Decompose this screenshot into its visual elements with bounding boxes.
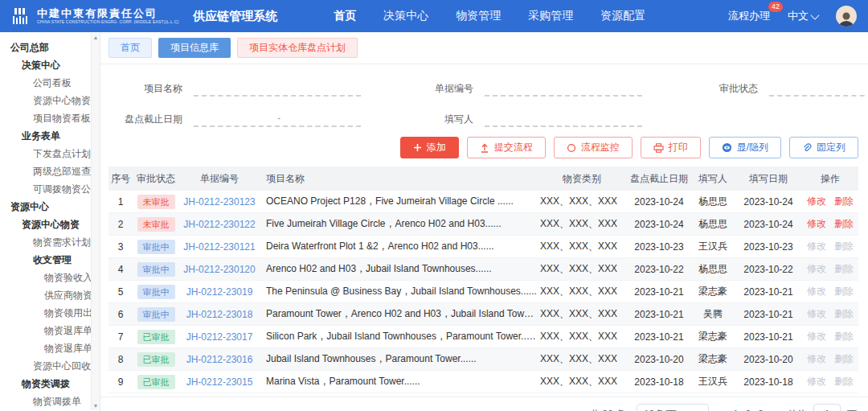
tab-project-library[interactable]: 项目信息库 bbox=[158, 38, 231, 58]
nav-item[interactable]: 资源配置 bbox=[600, 9, 645, 23]
writer-cell: 梁志豪 bbox=[691, 285, 735, 298]
edit-link[interactable]: 修改 bbox=[807, 376, 826, 387]
writer-cell: 杨思思 bbox=[691, 262, 735, 276]
writer-input[interactable] bbox=[485, 114, 642, 127]
row-index: 9 bbox=[108, 376, 133, 388]
sidebar-item[interactable]: 资源中心物资看板 bbox=[0, 92, 100, 109]
fixed-columns-button[interactable]: 固定列 bbox=[789, 137, 858, 158]
nav-item[interactable]: 决策中心 bbox=[383, 9, 428, 23]
table-row[interactable]: 6 审批中 JH-0212-23018 Paramount Tower，Aren… bbox=[108, 303, 858, 326]
sidebar-item[interactable]: 两级总部巡查记录 bbox=[0, 162, 100, 180]
print-button[interactable]: 打印 bbox=[641, 137, 701, 158]
sidebar-item[interactable]: 可调拨物资公示 bbox=[0, 180, 100, 198]
sidebar-item[interactable]: 物资领用出库单 bbox=[0, 304, 100, 322]
table-row[interactable]: 9 已审批 JH-0212-23015 Marina Vista，Paramou… bbox=[108, 371, 858, 393]
monitor-circle-icon bbox=[567, 143, 576, 153]
doc-number-link[interactable]: JH-0212-23018 bbox=[186, 309, 253, 320]
sidebar-item[interactable]: 项目物资看板 bbox=[0, 109, 100, 127]
edit-link[interactable]: 修改 bbox=[807, 240, 826, 252]
table-row[interactable]: 4 审批中 JH-0212-230120 Arenco H02 and H03，… bbox=[108, 258, 858, 281]
tab-warehouse-inventory-plan[interactable]: 项目实体仓库盘点计划 bbox=[237, 38, 358, 58]
doc-number-input[interactable] bbox=[485, 84, 642, 97]
doc-number-link[interactable]: JH-0212-230122 bbox=[183, 219, 255, 230]
language-switcher[interactable]: 中文 bbox=[788, 9, 818, 23]
process-handling-link[interactable]: 流程办理 42 bbox=[728, 9, 770, 23]
goto-page-input[interactable] bbox=[813, 404, 841, 411]
nav-item[interactable]: 采购管理 bbox=[528, 9, 573, 23]
edit-link[interactable]: 修改 bbox=[807, 263, 826, 274]
doc-number-link[interactable]: JH-0212-23017 bbox=[186, 331, 253, 343]
write-date-cell: 2023-10-21 bbox=[735, 309, 802, 320]
process-monitor-label: 流程监控 bbox=[581, 141, 620, 154]
delete-link[interactable]: 删除 bbox=[834, 240, 854, 252]
process-monitor-button[interactable]: 流程监控 bbox=[554, 137, 633, 158]
sidebar-scrollbar[interactable]: ▲ ▼ bbox=[91, 33, 100, 410]
delete-link[interactable]: 删除 bbox=[834, 353, 854, 364]
scroll-down-icon[interactable]: ▼ bbox=[93, 403, 99, 409]
project-name-input[interactable] bbox=[194, 84, 361, 97]
edit-link[interactable]: 修改 bbox=[807, 331, 826, 342]
action-toolbar: 添加 提交流程 流程监控 打印 显/隐列 bbox=[108, 129, 858, 166]
table-row[interactable]: 7 已审批 JH-0212-23017 Silicon Park，Jubail … bbox=[108, 326, 858, 348]
table-row[interactable]: 1 未审批 JH-0212-230123 OCEANO Project P128… bbox=[108, 191, 858, 213]
doc-number-link[interactable]: JH-0212-23015 bbox=[186, 376, 253, 388]
table-row[interactable]: 5 审批中 JH-0212-23019 The Peninsula @ Busi… bbox=[108, 281, 858, 303]
column-header: 物资类别 bbox=[537, 172, 627, 186]
plus-icon bbox=[413, 143, 422, 152]
sidebar-item[interactable]: 物资需求计划 bbox=[0, 233, 100, 251]
edit-link[interactable]: 修改 bbox=[807, 195, 826, 207]
doc-number-link[interactable]: JH-0212-230121 bbox=[183, 241, 255, 253]
status-badge: 审批中 bbox=[137, 285, 175, 299]
sidebar-item[interactable]: 收支管理 bbox=[0, 251, 100, 269]
edit-link[interactable]: 修改 bbox=[807, 218, 826, 229]
deadline-date-range-input[interactable]: - bbox=[194, 114, 361, 127]
delete-link[interactable]: 删除 bbox=[834, 218, 854, 229]
deadline-date-cell: 2023-10-22 bbox=[627, 264, 691, 275]
delete-link[interactable]: 删除 bbox=[834, 286, 854, 297]
edit-link[interactable]: 修改 bbox=[807, 353, 826, 364]
writer-cell: 杨思思 bbox=[691, 217, 735, 231]
sidebar-item[interactable]: 物资类调拨 bbox=[0, 375, 100, 393]
sidebar-item[interactable]: 决策中心 bbox=[0, 56, 100, 74]
sidebar-item[interactable]: 物资退库单 bbox=[0, 322, 100, 339]
nav-item[interactable]: 物资管理 bbox=[456, 9, 501, 23]
sidebar-item[interactable]: 物资退库单 bbox=[0, 339, 100, 357]
doc-number-link[interactable]: JH-0212-230120 bbox=[183, 264, 255, 275]
doc-number-link[interactable]: JH-0212-230123 bbox=[183, 196, 255, 208]
delete-link[interactable]: 删除 bbox=[834, 308, 854, 319]
sidebar-item[interactable]: 资源中心回收 bbox=[0, 357, 100, 375]
edit-link[interactable]: 修改 bbox=[807, 308, 826, 319]
sidebar-item[interactable]: 供应商物资退货单 bbox=[0, 286, 100, 304]
nav-item[interactable]: 首页 bbox=[334, 9, 356, 23]
add-button[interactable]: 添加 bbox=[400, 137, 459, 158]
sidebar-item[interactable]: 下发盘点计划 bbox=[0, 145, 100, 162]
sidebar-item[interactable]: 物资验收入库单 bbox=[0, 269, 100, 286]
sidebar-item[interactable]: 物资调拨单 bbox=[0, 393, 100, 410]
sidebar-item[interactable]: 业务表单 bbox=[0, 127, 100, 145]
deadline-date-cell: 2023-10-20 bbox=[627, 354, 691, 365]
submit-process-button[interactable]: 提交流程 bbox=[467, 137, 546, 158]
sidebar-menu: 公司总部决策中心公司看板资源中心物资看板项目物资看板业务表单下发盘点计划两级总部… bbox=[0, 39, 100, 410]
table-row[interactable]: 8 已审批 JH-0212-23016 Jubail Island Townho… bbox=[108, 348, 858, 371]
show-hide-columns-button[interactable]: 显/隐列 bbox=[709, 137, 781, 158]
doc-number-link[interactable]: JH-0212-23016 bbox=[186, 354, 253, 365]
table-row[interactable]: 3 审批中 JH-0212-230121 Deira Waterfront Pl… bbox=[108, 236, 858, 258]
scroll-up-icon[interactable]: ▲ bbox=[93, 35, 99, 40]
approval-status-select[interactable] bbox=[769, 84, 868, 97]
sidebar-item[interactable]: 公司看板 bbox=[0, 74, 100, 92]
delete-link[interactable]: 删除 bbox=[834, 263, 854, 274]
sidebar-item[interactable]: 公司总部 bbox=[0, 39, 100, 56]
printer-icon bbox=[653, 143, 664, 153]
delete-link[interactable]: 删除 bbox=[834, 331, 854, 342]
tab-home[interactable]: 首页 bbox=[108, 38, 152, 58]
writer-label: 填写人 bbox=[399, 113, 473, 127]
edit-link[interactable]: 修改 bbox=[807, 286, 826, 297]
sidebar-item[interactable]: 资源中心物资 bbox=[0, 216, 100, 233]
doc-number-link[interactable]: JH-0212-23019 bbox=[186, 286, 253, 298]
delete-link[interactable]: 删除 bbox=[834, 195, 854, 207]
delete-link[interactable]: 删除 bbox=[834, 376, 854, 387]
page-size-select[interactable]: 10条/页 bbox=[637, 404, 709, 411]
sidebar-item[interactable]: 资源中心 bbox=[0, 198, 100, 216]
table-row[interactable]: 2 未审批 JH-0212-230122 Five Jumeirah Villa… bbox=[108, 213, 858, 236]
avatar[interactable] bbox=[836, 6, 857, 27]
